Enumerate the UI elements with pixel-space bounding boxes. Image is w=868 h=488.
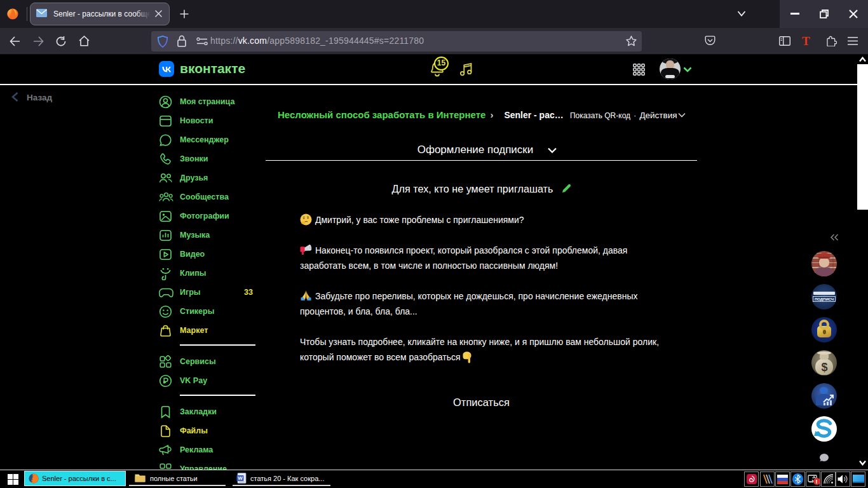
svg-text:W: W [238, 475, 243, 481]
